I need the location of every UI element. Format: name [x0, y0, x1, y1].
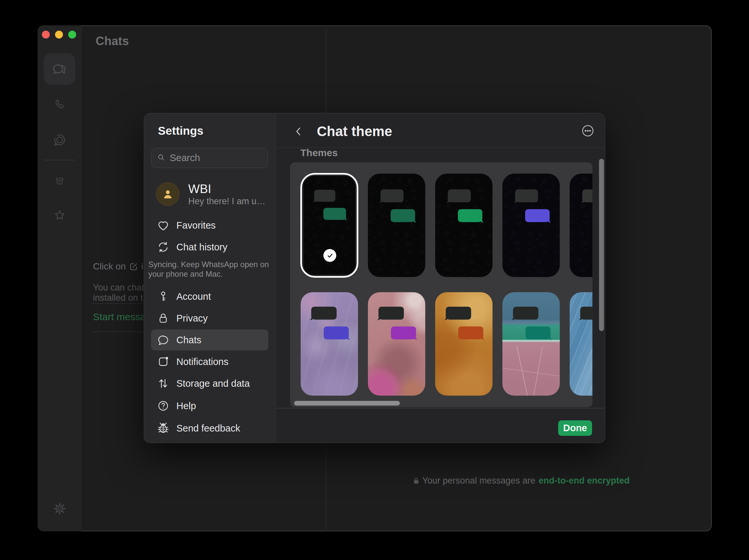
incoming-bubble-preview — [443, 307, 471, 321]
outgoing-bubble-preview — [390, 209, 418, 223]
archive-icon — [54, 175, 66, 187]
bug-icon — [156, 421, 170, 435]
profile-status: Hey there! I am u… — [188, 196, 265, 206]
settings-menu-label: Chat history — [176, 242, 228, 253]
wallpaper-preview-blue — [570, 292, 593, 396]
vertical-scrollbar[interactable] — [599, 159, 604, 331]
chats-icon — [51, 61, 68, 77]
settings-menu-item-account[interactable]: Account — [151, 286, 269, 307]
settings-menu-label: Help — [176, 401, 196, 411]
themes-gallery — [290, 162, 593, 407]
chat-theme-title: Chat theme — [317, 124, 392, 139]
ellipsis-circle-icon — [580, 123, 595, 138]
rail-divider — [44, 160, 75, 160]
theme-card-pink-floral[interactable] — [368, 292, 426, 396]
settings-menu-label: Storage and data — [176, 378, 250, 389]
chat-bubble-icon — [156, 333, 170, 347]
wallpaper-preview-doodle-neutral — [435, 174, 493, 277]
person-icon — [161, 187, 174, 201]
incoming-bubble-preview — [378, 189, 404, 204]
outgoing-bubble-preview — [458, 327, 486, 341]
theme-card-lilac-holographic[interactable] — [300, 292, 358, 396]
lock-icon — [156, 311, 170, 326]
wallpaper-preview-doodle-neutral — [368, 174, 425, 277]
rail-starred-button[interactable] — [44, 199, 75, 230]
done-button[interactable]: Done — [558, 420, 592, 436]
settings-menu-label: Account — [176, 291, 211, 302]
theme-card-blue-streaks[interactable] — [569, 292, 593, 396]
rail-archived-button[interactable] — [44, 165, 75, 197]
rail-calls-button[interactable] — [44, 88, 75, 119]
empty-state-body: You can chat installed on t — [93, 283, 144, 303]
themes-section-label: Themes — [300, 147, 338, 158]
sync-status-caption: Syncing. Keep WhatsApp open on your phon… — [148, 260, 270, 279]
rail-chats-button[interactable] — [44, 53, 75, 85]
settings-menu-item-privacy[interactable]: Privacy — [151, 308, 269, 329]
back-button[interactable] — [291, 124, 306, 139]
encryption-footer: Your personal messages are end-to-end en… — [413, 476, 630, 486]
settings-menu-item-favorites[interactable]: Favorites — [151, 215, 269, 236]
profile-name: WBI — [188, 182, 211, 196]
window-controls — [42, 31, 76, 39]
settings-menu-label: Privacy — [176, 313, 208, 324]
settings-menu-item-storage[interactable]: Storage and data — [151, 373, 269, 394]
theme-card-dark-doodle-green[interactable] — [368, 173, 426, 278]
key-icon — [156, 289, 170, 304]
search-placeholder: Search — [170, 153, 200, 163]
settings-menu-label: Send feedback — [176, 423, 240, 434]
wallpaper-preview-lilac — [301, 292, 358, 396]
gear-icon — [52, 501, 67, 516]
theme-card-dark-doodle-partial[interactable] — [569, 173, 593, 278]
settings-menu-label: Notifications — [176, 356, 229, 367]
beach-paths — [502, 346, 560, 396]
whatsapp-window: Chats Click on in You can chat installed… — [38, 25, 712, 531]
heart-icon — [156, 218, 170, 232]
theme-card-dark-doodle-bright-green[interactable] — [435, 173, 493, 278]
profile-row[interactable]: WBI Hey there! I am u… — [151, 180, 270, 209]
close-button[interactable] — [42, 31, 50, 39]
outgoing-bubble-preview — [592, 209, 593, 223]
wallpaper-preview-pinkfloral — [368, 292, 425, 396]
outgoing-bubble-preview — [323, 208, 348, 221]
more-options-button[interactable] — [580, 123, 596, 139]
theme-card-dark-doodle-indigo[interactable] — [502, 173, 560, 278]
rail-settings-button[interactable] — [44, 493, 75, 524]
encryption-footer-link[interactable]: end-to-end encrypted — [539, 476, 630, 486]
theme-card-orange-petals[interactable] — [435, 292, 493, 396]
incoming-bubble-preview — [445, 189, 471, 204]
minimize-button[interactable] — [55, 31, 63, 39]
settings-menu-item-notifications[interactable]: Notifications — [151, 351, 269, 372]
chat-theme-panel: Chat theme Themes — [276, 113, 605, 443]
rail-status-button[interactable] — [44, 124, 75, 156]
theme-card-dark-doodle-green[interactable] — [300, 173, 358, 278]
zoom-button[interactable] — [68, 31, 76, 39]
settings-menu-label: Favorites — [176, 220, 216, 231]
settings-menu-item-help[interactable]: Help — [151, 395, 269, 417]
settings-menu-item-chat-history[interactable]: Chat history — [151, 237, 269, 257]
outgoing-bubble-preview — [525, 327, 553, 341]
theme-card-beach-aerial[interactable] — [502, 292, 560, 396]
horizontal-scrollbar[interactable] — [294, 401, 400, 405]
search-icon — [157, 153, 166, 163]
settings-menu-item-feedback[interactable]: Send feedback — [151, 418, 269, 439]
phone-icon — [53, 97, 67, 111]
search-input[interactable]: Search — [151, 148, 268, 168]
app-badge-icon — [156, 355, 170, 369]
incoming-bubble-preview — [513, 189, 538, 204]
empty-state-line1: Click on in — [93, 261, 148, 272]
settings-menu-item-chats[interactable]: Chats — [151, 330, 269, 351]
back-icon — [295, 126, 302, 137]
settings-title: Settings — [158, 124, 204, 137]
outgoing-bubble-preview — [525, 209, 552, 223]
wallpaper-preview-beach — [502, 292, 560, 396]
desktop-background: Chats Click on in You can chat installed… — [0, 0, 749, 560]
avatar — [156, 182, 180, 206]
outgoing-bubble-preview — [391, 327, 419, 341]
sync-icon — [156, 240, 170, 254]
incoming-bubble-preview — [312, 190, 336, 203]
status-icon — [52, 133, 67, 147]
selected-check-icon — [323, 249, 336, 262]
wallpaper-preview-orange — [435, 292, 493, 396]
outgoing-bubble-preview — [323, 327, 351, 341]
page-title: Chats — [95, 34, 129, 48]
